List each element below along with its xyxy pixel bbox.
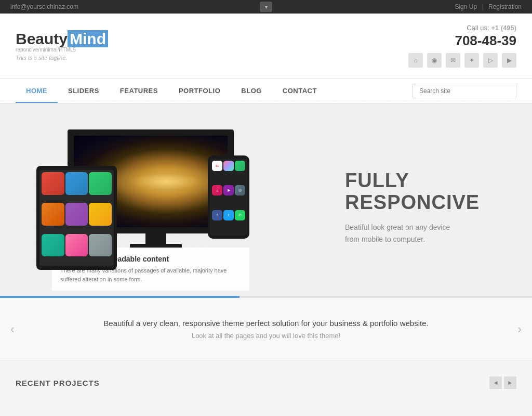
phone-number: 708-48-39 [408,33,516,49]
phone-icon: ✆ [235,210,245,220]
header: BeautyMind reponcive/minimal/HTML5 This … [0,14,532,79]
call-prefix: +1 (495) [491,24,516,32]
logo-area: BeautyMind reponcive/minimal/HTML5 This … [16,31,108,61]
app-icon [42,172,64,195]
social-icons: ⌂ ◉ ✉ ✦ ▷ ▶ [408,53,516,68]
testimonial-next-button[interactable]: › [517,322,522,336]
app-icon [89,172,112,195]
phone-icon: t [223,210,234,220]
call-label: Call us: [467,24,489,32]
nav-item-blog[interactable]: BLOG [231,79,272,103]
testimonial-sub-text: Look at all the pages and you will love … [31,332,501,340]
phone-screen: 31 ♫ ▶ ◎ f t ✆ [210,159,247,236]
app-icon [89,203,112,226]
search-input[interactable] [413,84,516,98]
header-right: Call us: +1 (495) 708-48-39 ⌂ ◉ ✉ ✦ ▷ ▶ [408,24,516,68]
phone-icon [223,161,234,171]
app-icon [42,234,64,257]
phone-icon: ♫ [212,185,222,196]
vimeo-icon[interactable]: ▷ [483,53,498,68]
logo-mind: Mind [68,30,108,47]
home-icon[interactable]: ⌂ [408,53,423,68]
nav-item-sliders[interactable]: SLIDERS [58,79,110,103]
call-us: Call us: +1 (495) [408,24,516,32]
recent-projects-title: RECENT PROJECTS [16,379,100,387]
phone-icon [235,161,245,171]
testimonial-prev-button[interactable]: ‹ [10,322,15,336]
recent-projects-section: RECENT PROJECTS ◄ ► [0,361,532,405]
app-icon [65,172,88,195]
nav-item-contact[interactable]: CONTACT [272,79,327,103]
recent-projects-heading: RECENT PROJECTS ◄ ► [16,376,516,389]
nav-item-home[interactable]: HOME [16,79,58,103]
top-bar-email: info@yoursc.chinaz.com [10,3,78,10]
testimonial-main-text: Beautiful a very clean, responsive theme… [31,319,501,328]
hero-description: Beatiful look great on any devicefrom mo… [345,222,506,245]
dropdown-button[interactable]: ▾ [260,2,272,12]
rss-icon[interactable]: ◉ [427,53,442,68]
phone-icon: 31 [212,161,222,171]
registration-link[interactable]: Registration [488,3,522,10]
top-bar: info@yoursc.chinaz.com ▾ Sign Up | Regis… [0,0,532,14]
monitor-stand [145,233,166,244]
phone-device: 31 ♫ ▶ ◎ f t ✆ [208,155,249,239]
logo: BeautyMind [16,31,108,47]
logo-tagline: This is a site tagline. [16,55,108,61]
hero-section: 31 ♫ ▶ ◎ f t ✆ Distracted the readable c… [0,103,532,296]
phone-icon: ◎ [235,185,245,196]
app-icon [65,234,88,257]
youtube-icon[interactable]: ▶ [502,53,516,68]
tablet-screen [39,170,114,266]
hero-heading-line1: FULLY [345,170,506,192]
logo-beauty: Beauty [16,30,68,47]
phone-icon: f [212,210,222,220]
logo-subtitle: reponcive/minimal/HTML5 [16,47,108,53]
top-bar-divider: | [482,3,484,10]
phone-icon: ▶ [223,185,234,196]
hero-devices: 31 ♫ ▶ ◎ f t ✆ Distracted the readable c… [26,124,324,291]
app-icon [42,203,64,226]
projects-prev-button[interactable]: ◄ [489,376,502,389]
hero-text: FULLY RESPONCIVE Beatiful look great on … [324,170,506,245]
project-nav: ◄ ► [489,376,516,389]
testimonial-area: ‹ Beautiful a very clean, responsive the… [0,298,532,361]
nav-item-portfolio[interactable]: PORTFOLIO [168,79,231,103]
app-icon [65,203,88,226]
nav-links: HOME SLIDERS FEATURES PORTFOLIO BLOG CON… [16,79,327,103]
comment-icon[interactable]: ✉ [446,53,460,68]
tablet [36,166,117,270]
app-icon [89,234,112,257]
nav-search [413,84,516,98]
projects-next-button[interactable]: ► [504,376,516,389]
hero-heading-line2: RESPONCIVE [345,192,506,214]
hero-heading: FULLY RESPONCIVE [345,170,506,214]
top-bar-right: Sign Up | Registration [455,3,522,10]
nav-item-features[interactable]: FEATURES [110,79,168,103]
navigation: HOME SLIDERS FEATURES PORTFOLIO BLOG CON… [0,79,532,103]
signup-link[interactable]: Sign Up [455,3,477,10]
users-icon[interactable]: ✦ [464,53,479,68]
top-bar-center: ▾ [260,2,272,12]
